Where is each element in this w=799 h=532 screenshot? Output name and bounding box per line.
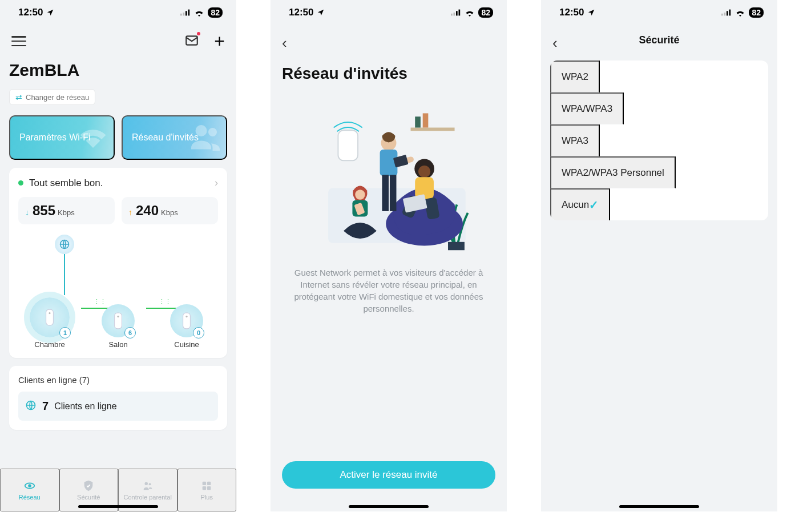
back-button[interactable]: ‹: [282, 30, 287, 57]
security-option[interactable]: WPA2/WPA3 Personnel: [550, 156, 676, 188]
svg-rect-22: [207, 486, 211, 490]
menu-button[interactable]: [9, 34, 29, 49]
clients-title: Clients en ligne (7): [18, 375, 218, 385]
page-title: Réseau d'invités: [282, 65, 495, 83]
mesh-node[interactable]: 0 Cuisine: [161, 304, 212, 349]
wifi-settings-card[interactable]: Paramètres Wi-Fi: [9, 115, 115, 160]
mesh-node[interactable]: 6 Salon: [92, 304, 144, 349]
svg-point-35: [418, 166, 430, 178]
change-network-button[interactable]: ⇄ Changer de réseau: [9, 89, 95, 105]
svg-point-5: [196, 125, 207, 136]
clients-label: Clients en ligne: [54, 401, 116, 412]
nav-network[interactable]: Réseau: [0, 469, 59, 511]
node-label: Chambre: [34, 340, 64, 349]
topology-line: [64, 254, 65, 295]
upload-unit: Kbps: [161, 208, 178, 217]
security-option[interactable]: WPA3: [550, 124, 600, 156]
cellular-icon: [180, 9, 191, 16]
svg-rect-28: [338, 130, 358, 160]
svg-rect-42: [382, 175, 389, 211]
illustration: [282, 106, 495, 254]
check-icon: ✓: [589, 198, 599, 212]
location-icon: [317, 9, 325, 17]
battery-level: 82: [478, 7, 493, 18]
upload-speed: ↑ 240 Kbps: [122, 197, 218, 224]
security-option[interactable]: Aucun ✓: [550, 188, 610, 220]
svg-rect-24: [454, 13, 455, 15]
home-indicator: [78, 505, 158, 508]
status-bar: 12:50 82: [541, 0, 777, 25]
change-network-label: Changer de réseau: [26, 93, 89, 102]
node-badge: 6: [124, 327, 136, 338]
hamburger-icon: [11, 36, 26, 46]
svg-rect-2: [185, 11, 187, 15]
svg-rect-8: [46, 309, 54, 325]
inbox-button[interactable]: [182, 31, 201, 52]
svg-point-47: [355, 190, 365, 199]
clock: 12:50: [289, 7, 313, 18]
topology-diagram: ⋮⋮ ⋮⋮ 1 Chambre 6 Salon: [18, 235, 218, 349]
option-label: WPA2/WPA3 Personnel: [562, 167, 664, 179]
node-badge: 0: [193, 327, 204, 338]
wifi-large-icon: [76, 119, 110, 156]
nav-label: Réseau: [19, 494, 41, 501]
plus-icon: +: [214, 31, 225, 51]
wifi-icon: [194, 9, 204, 17]
download-value: 855: [33, 203, 55, 219]
nav-label: Plus: [201, 494, 213, 501]
node-badge: 1: [59, 327, 71, 338]
add-button[interactable]: +: [212, 30, 227, 53]
svg-rect-32: [448, 242, 465, 250]
page-title: Sécurité: [639, 34, 679, 46]
battery-level: 82: [749, 7, 764, 18]
option-label: WPA2: [562, 71, 588, 83]
download-unit: Kbps: [58, 208, 75, 217]
svg-rect-10: [115, 313, 122, 329]
upload-value: 240: [136, 203, 159, 219]
download-speed: ↓ 855 Kbps: [18, 197, 115, 224]
clients-count: 7: [42, 400, 49, 413]
phone-screen-guest-network: 12:50 82 ‹ Réseau d'invités: [271, 0, 507, 511]
phone-screen-security: 12:50 82 ‹ Sécurité WPA2 WPA/WPA3: [541, 0, 777, 511]
status-row-button[interactable]: Tout semble bon. ›: [18, 177, 218, 189]
status-bar: 12:50 82: [0, 0, 236, 25]
svg-rect-25: [456, 11, 458, 15]
svg-rect-3: [188, 10, 190, 16]
svg-rect-29: [411, 128, 455, 131]
chevron-left-icon: ‹: [282, 34, 287, 51]
activate-guest-button[interactable]: Activer le réseau invité: [282, 461, 495, 489]
svg-rect-50: [721, 14, 723, 16]
svg-rect-26: [459, 10, 461, 16]
security-option[interactable]: WPA2: [550, 61, 600, 92]
chevron-right-icon: ›: [215, 177, 218, 189]
cellular-icon: [721, 9, 732, 16]
svg-point-17: [144, 482, 148, 486]
status-text: Tout semble bon.: [29, 178, 103, 189]
clients-online-button[interactable]: 7 Clients en ligne: [18, 392, 218, 421]
back-button[interactable]: ‹: [552, 30, 558, 57]
security-option[interactable]: WPA/WPA3: [550, 92, 624, 124]
option-label: WPA3: [562, 135, 588, 147]
people-large-icon: [188, 119, 223, 156]
guest-network-card[interactable]: Réseau d'invités: [122, 115, 227, 160]
node-label: Salon: [108, 340, 127, 349]
svg-rect-12: [183, 313, 191, 329]
nav-more[interactable]: Plus: [177, 469, 237, 511]
status-card: Tout semble bon. › ↓ 855 Kbps ↑ 240 Kbps: [9, 168, 227, 358]
arrow-up-icon: ↑: [128, 208, 132, 217]
cellular-icon: [451, 9, 461, 16]
network-name-title: ZemBLA: [9, 61, 227, 80]
svg-rect-20: [207, 482, 211, 485]
mesh-node[interactable]: 1 Chambre: [24, 297, 75, 349]
node-label: Cuisine: [174, 340, 199, 349]
arrow-down-icon: ↓: [25, 208, 29, 217]
svg-rect-0: [180, 14, 182, 16]
security-options-list: WPA2 WPA/WPA3 WPA3 WPA2/WPA3 Personnel A…: [550, 61, 768, 220]
svg-point-11: [117, 316, 119, 317]
svg-rect-19: [203, 482, 206, 485]
location-icon: [46, 9, 54, 17]
svg-rect-43: [390, 175, 397, 211]
svg-point-13: [185, 316, 187, 317]
svg-point-9: [49, 312, 50, 314]
globe-icon: [25, 400, 37, 413]
